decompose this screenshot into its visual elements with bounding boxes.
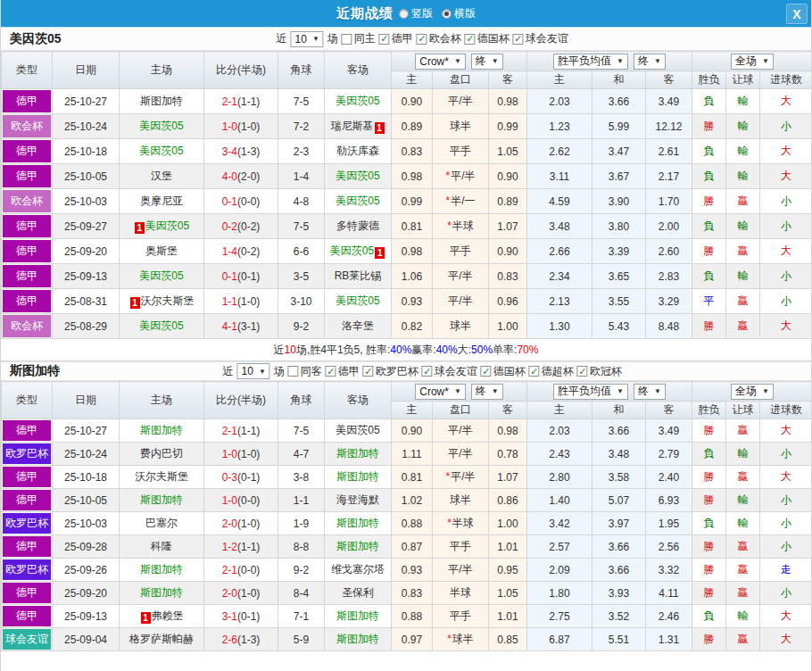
euro-final-select[interactable]: 终▼ bbox=[634, 384, 666, 400]
match-type-cell: 欧会杯 bbox=[2, 314, 53, 339]
handicap-text: 平手 bbox=[450, 244, 471, 257]
full-match-select[interactable]: 全场▼ bbox=[731, 384, 774, 400]
match-type-cell: 德甲 bbox=[2, 419, 53, 443]
layout-radio-vertical[interactable]: 竖版 bbox=[399, 6, 433, 21]
match-count-select[interactable]: 10▼ bbox=[237, 363, 270, 379]
asian-odds-group-header: Crow*▼终▼ bbox=[392, 52, 527, 71]
match-type-badge: 德甲 bbox=[3, 536, 51, 557]
asian-home-odds: 0.89 bbox=[392, 114, 433, 139]
handicap-result-text: 贏 bbox=[738, 424, 749, 436]
league-checkbox-3[interactable]: ✓德国杯 bbox=[481, 364, 526, 379]
euro-final-select-value: 终 bbox=[638, 54, 649, 69]
league-checkbox-5[interactable]: ✓欧冠杯 bbox=[577, 364, 622, 379]
handicap-text: 平/半 bbox=[448, 563, 472, 576]
away-team-cell: 美因茨05 bbox=[325, 89, 392, 114]
match-date: 25-10-05 bbox=[53, 489, 120, 512]
euro-away-odds: 2.40 bbox=[646, 466, 692, 489]
asian-away-odds: 0.99 bbox=[489, 114, 527, 139]
goals-result: 小 bbox=[760, 443, 812, 466]
match-type-badge: 德甲 bbox=[3, 606, 51, 626]
goals-result-text: 大 bbox=[781, 170, 791, 182]
filter-near-label: 近 bbox=[223, 364, 234, 379]
match-type-cell: 欧会杯 bbox=[2, 114, 53, 139]
euro-final-select[interactable]: 终▼ bbox=[634, 54, 666, 70]
sub-column-header: 客 bbox=[489, 71, 527, 89]
away-team-name: 美因茨05 bbox=[336, 294, 379, 307]
handicap-line: 平手 bbox=[433, 605, 489, 628]
match-count-select[interactable]: 10▼ bbox=[291, 31, 324, 47]
away-team-name: 斯图加特 bbox=[336, 633, 379, 645]
asian-final-select[interactable]: 终▼ bbox=[471, 384, 503, 400]
handicap-text: 平/半 bbox=[451, 170, 475, 182]
euro-draw-odds: 3.47 bbox=[592, 139, 646, 164]
checkbox-box: ✓ bbox=[529, 366, 540, 377]
odds-provider-select[interactable]: Crow*▼ bbox=[415, 54, 466, 70]
euro-draw-odds: 3.66 bbox=[592, 535, 646, 559]
asian-final-select[interactable]: 终▼ bbox=[471, 54, 503, 70]
goals-result-text: 大 bbox=[781, 244, 791, 257]
handicap-text: 平手 bbox=[450, 609, 471, 622]
league-checkbox-0[interactable]: ✓德甲 bbox=[379, 31, 413, 46]
wdl-result-text: 負 bbox=[704, 269, 715, 282]
euro-away-odds: 2.83 bbox=[646, 264, 692, 289]
league-checkbox-4[interactable]: ✓德超杯 bbox=[529, 364, 574, 379]
match-score-cell: 2-0(1-0) bbox=[204, 582, 278, 605]
home-team-cell: 沃尔夫斯堡 bbox=[120, 466, 204, 489]
match-count-select-value: 10 bbox=[242, 365, 253, 377]
handicap-text: 半球 bbox=[450, 586, 471, 599]
handicap-line: 平/半 bbox=[433, 264, 489, 289]
handicap-result-text: 贏 bbox=[738, 586, 749, 599]
goals-result-text: 小 bbox=[781, 220, 791, 232]
full-match-select[interactable]: 全场▼ bbox=[731, 54, 774, 70]
table-row: 德甲25-10-27斯图加特2-1(1-1)7-5美因茨050.90平/半0.9… bbox=[2, 89, 812, 114]
handicap-star: * bbox=[447, 633, 452, 645]
same-venue-checkbox[interactable]: 同主 bbox=[342, 31, 376, 46]
match-type-badge: 欧会杯 bbox=[3, 315, 51, 337]
odds-provider-select[interactable]: Crow*▼ bbox=[415, 384, 466, 400]
euro-home-odds: 2.75 bbox=[527, 605, 592, 628]
league-checkbox-2[interactable]: ✓德国杯 bbox=[465, 31, 510, 46]
league-checkbox-1[interactable]: ✓欧罗巴杯 bbox=[363, 364, 418, 379]
close-button[interactable]: X bbox=[786, 4, 808, 24]
match-type-cell: 德甲 bbox=[2, 535, 53, 559]
corner-score: 2-3 bbox=[278, 139, 325, 164]
league-checkbox-0[interactable]: ✓德甲 bbox=[326, 364, 360, 379]
sub-column-header: 主 bbox=[392, 402, 433, 419]
away-team-name: 多特蒙德 bbox=[336, 220, 379, 232]
half-time-score: (3-1) bbox=[237, 320, 260, 333]
home-team-cell: 美因茨05 bbox=[120, 139, 204, 164]
wdl-result-text: 負 bbox=[704, 447, 715, 460]
away-team-cell: RB莱比锡 bbox=[325, 264, 392, 289]
wdl-result: 勝 bbox=[692, 466, 726, 489]
wdl-average-select[interactable]: 胜平负均值▼ bbox=[553, 54, 628, 70]
euro-away-odds: 3.32 bbox=[646, 559, 692, 582]
wdl-average-select[interactable]: 胜平负均值▼ bbox=[553, 384, 628, 400]
chevron-down-icon: ▼ bbox=[654, 57, 661, 65]
table-row: 德甲25-10-18美因茨053-4(1-3)2-3勒沃库森0.83平手1.05… bbox=[2, 139, 812, 164]
home-team-cell: 美因茨05 bbox=[120, 114, 204, 139]
sub-column-header: 进球数 bbox=[760, 71, 812, 89]
handicap-line: *半/一 bbox=[433, 189, 489, 214]
handicap-result: 輸 bbox=[726, 264, 760, 289]
layout-radio-horizontal[interactable]: 横版 bbox=[442, 6, 476, 21]
goals-result: 大 bbox=[760, 628, 812, 651]
match-type-cell: 欧罗巴杯 bbox=[2, 443, 53, 466]
corner-score: 1-1 bbox=[278, 489, 325, 512]
league-checkbox-1[interactable]: ✓欧会杯 bbox=[417, 31, 461, 46]
full-match-select-value: 全场 bbox=[735, 384, 757, 399]
match-type-cell: 德甲 bbox=[2, 289, 53, 314]
euro-away-odds: 2.56 bbox=[646, 535, 692, 559]
euro-draw-odds: 3.48 bbox=[592, 443, 646, 466]
result-group-header: 全场▼ bbox=[692, 382, 812, 402]
euro-draw-odds: 5.99 bbox=[592, 114, 646, 139]
league-checkbox-2[interactable]: ✓球会友谊 bbox=[422, 364, 477, 379]
match-date: 25-10-18 bbox=[53, 466, 120, 489]
goals-result: 小 bbox=[760, 289, 812, 314]
same-venue-checkbox[interactable]: 同客 bbox=[288, 364, 322, 379]
radio-icon bbox=[399, 9, 409, 19]
away-team-cell: 维戈塞尔塔 bbox=[325, 559, 392, 582]
euro-away-odds: 12.12 bbox=[646, 114, 692, 139]
away-team-name: 海登海默 bbox=[336, 493, 379, 506]
wdl-result: 負 bbox=[692, 512, 726, 535]
league-checkbox-3[interactable]: ✓球会友谊 bbox=[513, 31, 568, 46]
